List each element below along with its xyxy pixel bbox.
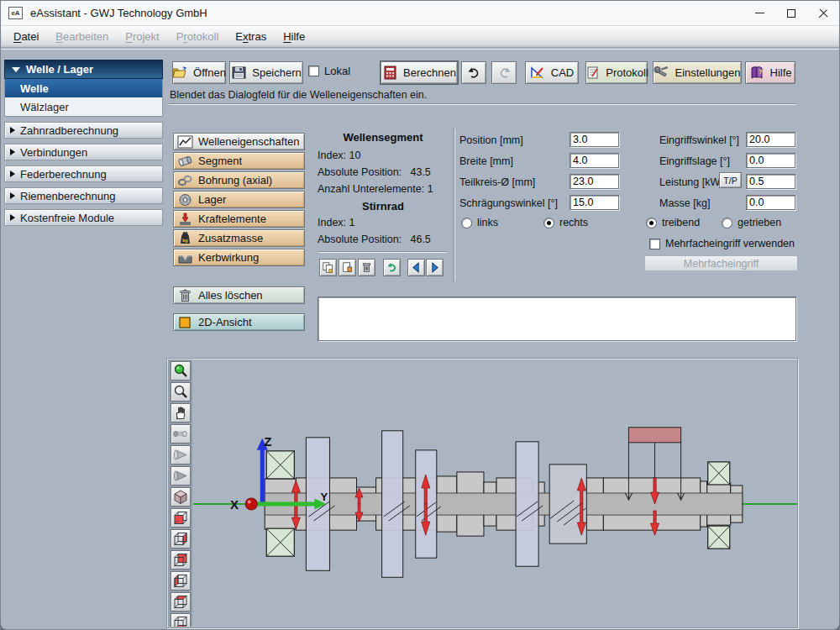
width-input[interactable] xyxy=(570,153,619,168)
multi-mesh-checkbox[interactable] xyxy=(649,239,660,249)
message-textarea[interactable] xyxy=(318,297,796,341)
multi-mesh-button[interactable]: Mehrfacheingriff xyxy=(644,255,798,271)
driven-radio-row[interactable]: getrieben xyxy=(722,217,781,228)
shaft-properties-icon xyxy=(177,135,193,149)
pan-hand-icon xyxy=(172,405,189,421)
mass-label: Masse [kg] xyxy=(659,197,710,209)
view-right-button[interactable] xyxy=(171,529,191,549)
help-button[interactable]: ? Hilfe xyxy=(745,61,795,84)
previous-element-button[interactable] xyxy=(407,259,425,276)
view-cone-a-button[interactable] xyxy=(171,445,191,465)
minimize-button[interactable] xyxy=(743,1,775,25)
menu-extras[interactable]: Extras xyxy=(227,28,275,45)
save-button[interactable]: Speichern xyxy=(229,61,303,84)
3d-viewport[interactable]: Z X Y xyxy=(193,360,797,627)
sidebar-group-riemenberechnung[interactable]: Riemenberechnung xyxy=(4,187,163,204)
segment-button[interactable]: Segment xyxy=(173,152,305,170)
protocol-button[interactable]: Protokoll xyxy=(585,61,648,84)
next-element-button[interactable] xyxy=(426,259,444,276)
pressure-angle-input[interactable] xyxy=(746,132,795,147)
chevron-right-icon xyxy=(10,149,15,155)
settings-button[interactable]: Einstellungen xyxy=(653,61,742,84)
mass-input[interactable] xyxy=(746,195,795,210)
minimize-icon xyxy=(755,13,764,13)
sidebar-group-federberechnung[interactable]: Federberechnung xyxy=(4,165,163,182)
menu-bearbeiten[interactable]: Bearbeiten xyxy=(47,28,117,45)
driving-radio[interactable] xyxy=(646,218,657,228)
pitch-diameter-label: Teilkreis-Ø [mm] xyxy=(459,176,535,188)
sidebar-group-verbindungen[interactable]: Verbindungen xyxy=(4,144,163,160)
sidebar-group-kostenfreie-module[interactable]: Kostenfreie Module xyxy=(4,209,163,226)
help-book-icon: ? xyxy=(749,66,765,80)
paste-element-button[interactable] xyxy=(339,259,356,276)
menu-projekt[interactable]: Projekt xyxy=(117,28,167,45)
open-folder-icon xyxy=(172,66,188,80)
calculate-button[interactable]: Berechnen xyxy=(381,61,458,84)
window-title: eAssistant - GWJ Technology GmbH xyxy=(30,7,207,19)
redo-button[interactable] xyxy=(491,61,517,84)
pitch-diameter-input[interactable] xyxy=(570,174,619,189)
local-checkbox[interactable] xyxy=(308,66,319,76)
axial-bore-button[interactable]: Bohrung (axial) xyxy=(173,171,305,189)
driven-radio[interactable] xyxy=(722,218,732,228)
helix-angle-input[interactable] xyxy=(570,195,619,210)
helix-left-radio-row[interactable]: links xyxy=(461,217,498,228)
force-elements-button[interactable]: Kraftelemente xyxy=(173,210,305,228)
position-input[interactable] xyxy=(570,132,619,147)
sidebar-item-welle[interactable]: Welle xyxy=(5,79,162,97)
additional-mass-button[interactable]: kg Zusatzmasse xyxy=(173,229,305,247)
pan-button[interactable] xyxy=(171,403,191,423)
notch-effect-button[interactable]: Kerbwirkung xyxy=(173,249,305,266)
menu-protokoll[interactable]: Protokoll xyxy=(168,28,228,45)
helix-right-radio-row[interactable]: rechts xyxy=(543,217,588,228)
menu-hilfe[interactable]: Hilfe xyxy=(275,28,313,45)
view-toolbar xyxy=(168,360,192,627)
y-axis-label: Y xyxy=(320,491,328,503)
shaft-properties-button[interactable]: Welleneigenschaften xyxy=(173,133,305,150)
multi-mesh-checkbox-row[interactable]: Mehrfacheingriff verwenden xyxy=(649,238,795,249)
sidebar-header-welle-lager[interactable]: Welle / Lager xyxy=(4,60,163,79)
undo-button[interactable] xyxy=(461,61,486,84)
driving-radio-row[interactable]: treibend xyxy=(646,217,700,228)
view-2d-button[interactable]: 2D-Ansicht xyxy=(173,313,305,331)
maximize-button[interactable] xyxy=(775,1,807,25)
view-left-button[interactable] xyxy=(171,571,191,591)
cube-right-red-icon xyxy=(172,531,189,547)
mass-weight-icon: kg xyxy=(177,232,193,245)
menu-datei[interactable]: Datei xyxy=(5,28,47,45)
revert-element-button[interactable] xyxy=(383,259,401,276)
sidebar-item-waelzlager[interactable]: Wälzlager xyxy=(5,97,162,116)
cad-button[interactable]: CAD xyxy=(525,61,579,84)
cube-top-red-icon xyxy=(172,594,189,610)
view-cylinder-button[interactable] xyxy=(171,424,191,444)
segment-index: Index: 10 xyxy=(318,150,360,161)
power-input[interactable] xyxy=(746,174,795,189)
delete-element-button[interactable] xyxy=(358,259,375,276)
view-cone-b-button[interactable] xyxy=(171,466,191,486)
view-bottom-button[interactable] xyxy=(171,613,191,627)
helix-left-radio[interactable] xyxy=(461,218,472,228)
cube-bottom-red-icon xyxy=(172,615,189,627)
cube-front-red-icon xyxy=(172,510,189,526)
gear-abs-position: Absolute Position: 46.5 xyxy=(318,234,431,245)
zoom-in-area-button[interactable] xyxy=(171,361,191,381)
zoom-green-icon xyxy=(172,363,189,379)
view-isometric-button[interactable] xyxy=(171,487,191,507)
open-button[interactable]: Öffnen xyxy=(172,61,226,84)
view-front-button[interactable] xyxy=(171,508,191,528)
delete-all-button[interactable]: Alles löschen xyxy=(173,286,305,304)
sidebar-group-zahnradberechnung[interactable]: Zahnradberechnung xyxy=(4,122,163,139)
mesh-position-input[interactable] xyxy=(746,153,795,168)
local-checkbox-row[interactable]: Lokal xyxy=(308,65,350,77)
torque-power-toggle-button[interactable]: T/P xyxy=(719,172,742,188)
close-icon xyxy=(819,9,827,18)
view-top-button[interactable] xyxy=(171,592,191,612)
view-back-button[interactable] xyxy=(171,550,191,570)
close-button[interactable] xyxy=(807,1,839,25)
helix-right-radio[interactable] xyxy=(543,218,554,228)
cube-left-red-icon xyxy=(172,573,189,589)
zoom-button[interactable] xyxy=(171,382,191,402)
cylinder-icon xyxy=(172,426,189,442)
bearing-button[interactable]: Lager xyxy=(173,191,305,208)
copy-element-button[interactable] xyxy=(319,259,337,276)
